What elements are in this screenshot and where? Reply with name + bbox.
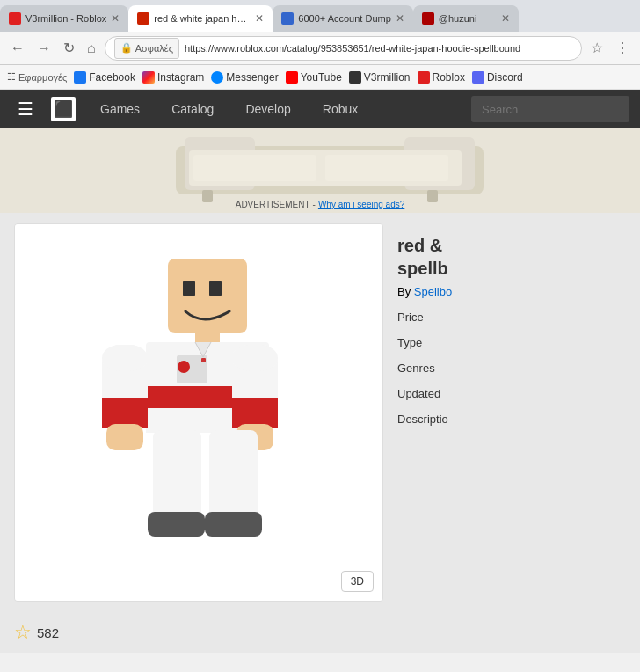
nav-develop[interactable]: Develop xyxy=(231,99,304,120)
tab-huzuni[interactable]: @huzuni ✕ xyxy=(413,5,519,32)
svg-rect-25 xyxy=(232,398,278,428)
field-label-price: Price xyxy=(397,310,424,324)
tab-title-red-hoodie: red & white japan hood... xyxy=(154,13,251,24)
discord-favicon xyxy=(472,71,484,84)
svg-rect-11 xyxy=(183,281,195,296)
bookmark-roblox[interactable]: Roblox xyxy=(418,71,465,84)
svg-rect-6 xyxy=(325,155,448,181)
tab-favicon-v3rmillion xyxy=(9,12,21,25)
3d-button[interactable]: 3D xyxy=(341,571,374,592)
svg-rect-7 xyxy=(202,190,213,202)
author-link[interactable]: Spellbo xyxy=(414,285,452,298)
tab-favicon-huzuni xyxy=(422,12,434,25)
tab-title-huzuni: @huzuni xyxy=(439,13,477,24)
star-icon[interactable]: ☆ xyxy=(14,621,32,644)
ad-banner: ADVERTISEMENT - Why am i seeing ads? xyxy=(0,128,640,213)
bookmarks-bar: ☷ Εφαρμογές Facebook Instagram Messenger… xyxy=(0,65,640,90)
bookmark-button[interactable]: ☆ xyxy=(587,38,607,58)
svg-rect-10 xyxy=(168,259,247,333)
roblox-logo-text: ⬛ xyxy=(54,99,73,119)
bookmark-apps[interactable]: ☷ Εφαρμογές xyxy=(7,71,67,83)
roblox-favicon xyxy=(418,71,430,84)
product-field-type: Type xyxy=(397,336,626,349)
bookmark-v3rmillion-label: V3rmillion xyxy=(364,71,411,84)
settings-button[interactable]: ⋮ xyxy=(612,38,633,58)
nav-catalog[interactable]: Catalog xyxy=(157,99,228,120)
bookmark-facebook[interactable]: Facebook xyxy=(74,71,135,84)
hamburger-button[interactable]: ☰ xyxy=(11,95,40,123)
messenger-favicon xyxy=(211,71,223,84)
tab-v3rmillion[interactable]: V3rmillion - Roblox ✕ xyxy=(0,5,128,32)
author-prefix: By xyxy=(397,285,411,298)
bookmark-instagram-label: Instagram xyxy=(157,71,204,84)
field-label-description: Descriptio xyxy=(397,413,448,426)
nav-games[interactable]: Games xyxy=(86,99,154,120)
nav-bar: ← → ↻ ⌂ 🔒 Ασφαλές https://www.roblox.com… xyxy=(0,32,640,65)
product-field-description: Descriptio xyxy=(397,413,626,426)
apps-label: Εφαρμογές xyxy=(18,72,67,83)
home-button[interactable]: ⌂ xyxy=(84,39,99,58)
bookmark-messenger-label: Messenger xyxy=(226,71,278,84)
product-title: red & spellb xyxy=(397,234,626,280)
tab-title-v3rmillion: V3rmillion - Roblox xyxy=(25,13,106,24)
facebook-favicon xyxy=(74,71,86,84)
nav-robux[interactable]: Robux xyxy=(309,99,372,120)
browser-chrome: V3rmillion - Roblox ✕ red & white japan … xyxy=(0,0,640,90)
bookmark-messenger[interactable]: Messenger xyxy=(211,71,278,84)
forward-button[interactable]: → xyxy=(33,39,55,58)
svg-rect-12 xyxy=(209,281,222,296)
svg-rect-28 xyxy=(153,430,201,518)
field-label-type: Type xyxy=(397,336,422,349)
svg-rect-22 xyxy=(102,345,148,371)
address-bar[interactable]: 🔒 Ασφαλές https://www.roblox.com/catalog… xyxy=(105,36,582,61)
bookmark-v3rmillion[interactable]: V3rmillion xyxy=(349,71,411,84)
bookmark-discord-label: Discord xyxy=(487,71,523,84)
product-title-line2: spellb xyxy=(397,259,448,278)
reload-button[interactable]: ↻ xyxy=(60,38,78,58)
svg-rect-31 xyxy=(205,512,262,537)
bookmark-youtube[interactable]: YouTube xyxy=(286,71,342,84)
svg-rect-30 xyxy=(209,430,258,518)
ad-label: ADVERTISEMENT xyxy=(236,200,310,209)
ad-separator: - xyxy=(313,200,316,209)
tab-favicon-account-dump xyxy=(281,12,294,25)
svg-point-18 xyxy=(178,361,190,373)
bookmark-instagram[interactable]: Instagram xyxy=(142,71,204,84)
search-input[interactable] xyxy=(471,96,629,122)
tab-close-account-dump[interactable]: ✕ xyxy=(391,12,404,25)
product-field-genres: Genres xyxy=(397,362,626,375)
product-info: red & spellb By Spellbo Price Type Genre… xyxy=(383,223,640,602)
svg-rect-5 xyxy=(193,155,316,181)
tab-account-dump[interactable]: 6000+ Account Dump ✕ xyxy=(273,5,413,32)
svg-rect-19 xyxy=(201,358,206,362)
ad-label-container: ADVERTISEMENT - Why am i seeing ads? xyxy=(236,200,405,209)
svg-rect-8 xyxy=(427,190,438,202)
tab-red-hoodie[interactable]: red & white japan hood... ✕ xyxy=(128,5,273,32)
tab-close-red-hoodie[interactable]: ✕ xyxy=(251,12,264,25)
svg-rect-21 xyxy=(102,398,148,428)
character-area xyxy=(15,224,382,601)
rating-bar: ☆ 582 xyxy=(0,612,640,653)
tab-title-account-dump: 6000+ Account Dump xyxy=(298,13,391,24)
svg-rect-26 xyxy=(232,345,278,371)
apps-icon: ☷ xyxy=(7,71,16,83)
instagram-favicon xyxy=(142,71,155,84)
ad-why-link[interactable]: Why am i seeing ads? xyxy=(318,200,404,209)
product-section: 3D red & spellb By Spellbo Price Type Ge… xyxy=(0,213,640,612)
content-area: ADVERTISEMENT - Why am i seeing ads? xyxy=(0,128,640,653)
svg-rect-23 xyxy=(106,424,143,450)
product-field-price: Price xyxy=(397,310,626,324)
tab-favicon-red-hoodie xyxy=(137,12,149,25)
security-label: Ασφαλές xyxy=(135,43,173,54)
roblox-logo[interactable]: ⬛ xyxy=(51,97,76,121)
tab-close-v3rmillion[interactable]: ✕ xyxy=(106,12,120,25)
url-text: https://www.roblox.com/catalog/953853651… xyxy=(185,43,520,54)
bookmark-discord[interactable]: Discord xyxy=(472,71,523,84)
security-chip: 🔒 Ασφαλές xyxy=(114,38,179,59)
field-label-updated: Updated xyxy=(397,387,440,400)
product-field-updated: Updated xyxy=(397,387,626,400)
back-button[interactable]: ← xyxy=(7,39,28,58)
lock-icon: 🔒 xyxy=(120,42,133,54)
product-image-container: 3D xyxy=(14,223,383,602)
tab-close-huzuni[interactable]: ✕ xyxy=(497,12,510,25)
